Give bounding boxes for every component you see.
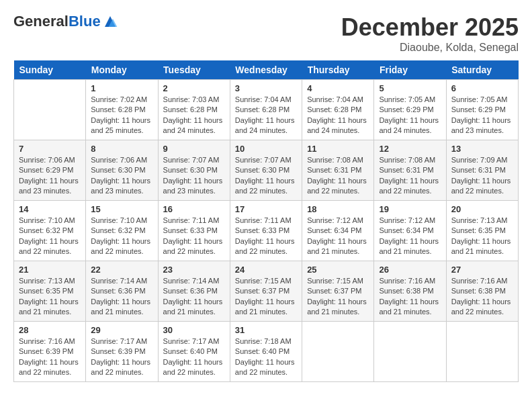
calendar-cell: 28Sunrise: 7:16 AMSunset: 6:39 PMDayligh… [14,322,86,382]
sunset-text: Sunset: 6:36 PM [163,287,218,295]
month-title: December 2025 [341,13,519,42]
cell-info: Sunrise: 7:05 AMSunset: 6:29 PMDaylight:… [379,95,441,136]
day-number: 4 [307,83,369,93]
calendar-cell: 5Sunrise: 7:05 AMSunset: 6:29 PMDaylight… [374,80,446,140]
calendar-cell: 16Sunrise: 7:11 AMSunset: 6:33 PMDayligh… [158,201,230,261]
page-header: GeneralBlue December 2025 Diaoube, Kolda… [13,13,519,54]
calendar-cell: 26Sunrise: 7:16 AMSunset: 6:38 PMDayligh… [374,261,446,322]
sunrise-text: Sunrise: 7:15 AM [307,277,363,285]
sunset-text: Sunset: 6:36 PM [91,287,145,295]
day-number: 2 [163,83,225,93]
sunrise-text: Sunrise: 7:16 AM [19,337,75,345]
daylight-text: Daylight: 11 hours and 21 minutes. [379,298,439,316]
sunrise-text: Sunrise: 7:04 AM [307,95,363,103]
sunset-text: Sunset: 6:37 PM [235,287,290,295]
daylight-text: Daylight: 11 hours and 21 minutes. [307,298,367,316]
calendar-week-3: 14Sunrise: 7:10 AMSunset: 6:32 PMDayligh… [14,201,519,261]
cell-info: Sunrise: 7:03 AMSunset: 6:28 PMDaylight:… [163,95,225,136]
cell-info: Sunrise: 7:08 AMSunset: 6:31 PMDaylight:… [307,155,369,197]
daylight-text: Daylight: 11 hours and 22 minutes. [235,358,295,376]
sunset-text: Sunset: 6:35 PM [451,226,506,234]
day-number: 29 [91,325,152,335]
sunset-text: Sunset: 6:37 PM [307,287,361,295]
sunrise-text: Sunrise: 7:06 AM [19,156,75,164]
cell-info: Sunrise: 7:06 AMSunset: 6:29 PMDaylight:… [19,155,81,197]
day-number: 27 [451,265,513,275]
calendar-cell: 2Sunrise: 7:03 AMSunset: 6:28 PMDaylight… [158,80,230,140]
sunset-text: Sunset: 6:32 PM [91,226,145,234]
calendar-cell: 8Sunrise: 7:06 AMSunset: 6:30 PMDaylight… [86,140,158,201]
day-number: 28 [19,325,81,335]
cell-info: Sunrise: 7:13 AMSunset: 6:35 PMDaylight:… [451,216,513,257]
sunrise-text: Sunrise: 7:14 AM [91,277,147,285]
cell-info: Sunrise: 7:12 AMSunset: 6:34 PMDaylight:… [307,216,369,257]
location: Diaoube, Kolda, Senegal [341,42,519,54]
calendar-cell: 17Sunrise: 7:11 AMSunset: 6:33 PMDayligh… [230,201,302,261]
sunrise-text: Sunrise: 7:15 AM [235,277,292,285]
logo: GeneralBlue [13,13,118,30]
calendar-table: SundayMondayTuesdayWednesdayThursdayFrid… [13,60,519,382]
title-block: December 2025 Diaoube, Kolda, Senegal [341,13,519,54]
calendar-week-4: 21Sunrise: 7:13 AMSunset: 6:35 PMDayligh… [14,261,519,322]
sunrise-text: Sunrise: 7:12 AM [307,216,363,224]
daylight-text: Daylight: 11 hours and 24 minutes. [379,116,439,134]
sunrise-text: Sunrise: 7:05 AM [379,95,435,103]
calendar-cell: 9Sunrise: 7:07 AMSunset: 6:30 PMDaylight… [158,140,230,201]
daylight-text: Daylight: 11 hours and 21 minutes. [307,237,367,255]
day-number: 5 [379,83,441,93]
cell-info: Sunrise: 7:07 AMSunset: 6:30 PMDaylight:… [235,155,297,197]
daylight-text: Daylight: 11 hours and 21 minutes. [235,298,295,316]
cell-info: Sunrise: 7:11 AMSunset: 6:33 PMDaylight:… [235,216,297,257]
day-header-friday: Friday [374,60,446,80]
cell-info: Sunrise: 7:04 AMSunset: 6:28 PMDaylight:… [235,95,297,136]
day-number: 7 [19,144,81,154]
sunset-text: Sunset: 6:28 PM [163,105,218,113]
sunrise-text: Sunrise: 7:10 AM [91,216,147,224]
sunrise-text: Sunrise: 7:02 AM [91,95,147,103]
daylight-text: Daylight: 11 hours and 25 minutes. [91,116,150,134]
day-number: 23 [163,265,225,275]
sunrise-text: Sunrise: 7:04 AM [235,95,292,103]
cell-info: Sunrise: 7:13 AMSunset: 6:35 PMDaylight:… [19,276,81,318]
daylight-text: Daylight: 11 hours and 23 minutes. [19,177,79,195]
sunrise-text: Sunrise: 7:09 AM [451,156,508,164]
sunset-text: Sunset: 6:28 PM [235,105,290,113]
calendar-cell: 13Sunrise: 7:09 AMSunset: 6:31 PMDayligh… [446,140,518,201]
logo-icon [102,13,118,30]
cell-info: Sunrise: 7:14 AMSunset: 6:36 PMDaylight:… [91,276,152,318]
calendar-cell: 20Sunrise: 7:13 AMSunset: 6:35 PMDayligh… [446,201,518,261]
cell-info: Sunrise: 7:08 AMSunset: 6:31 PMDaylight:… [379,155,441,197]
calendar-cell [14,80,86,140]
day-number: 1 [91,83,152,93]
sunset-text: Sunset: 6:29 PM [379,105,433,113]
daylight-text: Daylight: 11 hours and 22 minutes. [19,237,79,255]
calendar-cell: 29Sunrise: 7:17 AMSunset: 6:39 PMDayligh… [86,322,158,382]
cell-info: Sunrise: 7:10 AMSunset: 6:32 PMDaylight:… [91,216,152,257]
calendar-cell: 21Sunrise: 7:13 AMSunset: 6:35 PMDayligh… [14,261,86,322]
sunrise-text: Sunrise: 7:06 AM [91,156,147,164]
day-header-wednesday: Wednesday [230,60,302,80]
sunrise-text: Sunrise: 7:18 AM [235,337,292,345]
sunrise-text: Sunrise: 7:08 AM [307,156,363,164]
sunset-text: Sunset: 6:31 PM [451,166,506,174]
daylight-text: Daylight: 11 hours and 22 minutes. [91,237,150,255]
cell-info: Sunrise: 7:14 AMSunset: 6:36 PMDaylight:… [163,276,225,318]
day-header-monday: Monday [86,60,158,80]
day-number: 24 [235,265,297,275]
calendar-cell: 30Sunrise: 7:17 AMSunset: 6:40 PMDayligh… [158,322,230,382]
daylight-text: Daylight: 11 hours and 22 minutes. [163,358,223,376]
calendar-cell: 23Sunrise: 7:14 AMSunset: 6:36 PMDayligh… [158,261,230,322]
calendar-cell: 15Sunrise: 7:10 AMSunset: 6:32 PMDayligh… [86,201,158,261]
sunrise-text: Sunrise: 7:11 AM [163,216,220,224]
sunrise-text: Sunrise: 7:12 AM [379,216,435,224]
sunset-text: Sunset: 6:33 PM [235,226,290,234]
sunrise-text: Sunrise: 7:08 AM [379,156,435,164]
day-number: 6 [451,83,513,93]
sunset-text: Sunset: 6:31 PM [307,166,361,174]
daylight-text: Daylight: 11 hours and 22 minutes. [235,237,295,255]
sunset-text: Sunset: 6:35 PM [19,287,73,295]
sunrise-text: Sunrise: 7:07 AM [163,156,220,164]
header-row: SundayMondayTuesdayWednesdayThursdayFrid… [14,60,519,80]
day-number: 21 [19,265,81,275]
calendar-cell [302,322,374,382]
